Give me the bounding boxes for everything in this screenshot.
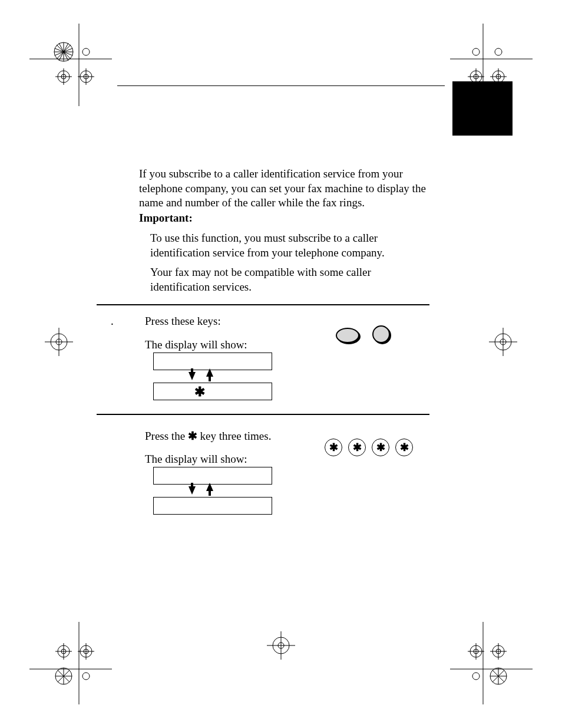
keypad-star-icon: ✱ [325,439,342,456]
svg-point-46 [80,645,92,657]
svg-point-66 [492,645,504,657]
svg-line-8 [55,48,72,55]
svg-line-53 [58,670,70,682]
display-box [153,497,272,515]
svg-point-55 [82,673,90,680]
svg-point-67 [496,649,501,654]
svg-point-0 [54,42,73,61]
text-fragment: key three times. [197,430,272,442]
svg-point-12 [58,71,70,83]
svg-point-25 [474,74,478,79]
star-icon: ✱ [188,430,197,442]
keypad-star-icon: ✱ [348,439,366,456]
svg-line-75 [492,670,504,682]
svg-point-22 [472,48,480,55]
arrows-icon [189,485,236,496]
display-box [153,383,272,400]
svg-point-50 [55,668,72,684]
svg-line-54 [58,670,70,682]
svg-point-32 [51,334,67,350]
intro-paragraph: If you subscribe to a caller identificat… [139,167,428,210]
svg-point-62 [470,645,482,657]
step-1-line-2: The display will show: [145,338,247,351]
svg-line-6 [59,43,68,61]
step-2-line-2: The display will show: [145,453,247,466]
arrows-icon [189,370,236,382]
svg-point-42 [58,645,70,657]
step-1-line-1: Press these keys: [145,315,221,328]
registration-mark-icon [450,622,533,704]
text-fragment: Press the [145,430,188,442]
svg-point-70 [472,673,480,680]
registration-mark-icon [257,622,305,669]
svg-line-7 [55,48,72,55]
registration-mark-icon [29,24,112,106]
function-key-icon [336,328,359,343]
registration-mark-icon [29,622,112,704]
svg-point-47 [84,649,88,654]
document-page: If you subscribe to a caller identificat… [0,0,562,728]
svg-point-71 [490,668,507,684]
registration-mark-icon [35,318,82,365]
svg-point-29 [496,74,501,79]
svg-point-36 [495,334,511,350]
svg-point-13 [61,74,66,79]
svg-point-16 [80,71,92,83]
important-heading: Important: [139,211,428,226]
svg-point-63 [474,649,478,654]
svg-line-4 [57,45,71,59]
important-paragraph-2: Your fax may not be compatible with some… [150,265,427,294]
keypad-star-icon: ✱ [372,439,389,456]
svg-point-17 [84,74,88,79]
svg-point-56 [273,637,289,654]
registration-mark-icon [480,318,527,365]
svg-point-24 [470,71,482,83]
svg-point-23 [495,48,502,55]
svg-point-37 [500,339,506,345]
svg-point-43 [61,649,66,654]
section-rule [97,414,429,415]
display-box [153,467,272,485]
section-rule [97,304,429,305]
svg-line-3 [57,45,71,59]
important-paragraph-1: To use this function, you must subscribe… [150,231,427,260]
svg-point-57 [278,643,284,648]
round-key-icon [372,325,390,343]
svg-point-11 [82,48,90,55]
star-icon: ✱ [194,384,205,400]
svg-line-74 [492,670,504,682]
svg-point-33 [56,339,62,345]
keypad-star-icon: ✱ [395,439,413,456]
svg-point-28 [492,71,504,83]
svg-line-5 [59,43,68,61]
step-2-line-1: Press the ✱ key three times. [145,429,271,443]
header-rule [117,85,445,86]
step-number: . [111,315,114,328]
side-tab [452,81,513,136]
display-box [153,353,272,370]
